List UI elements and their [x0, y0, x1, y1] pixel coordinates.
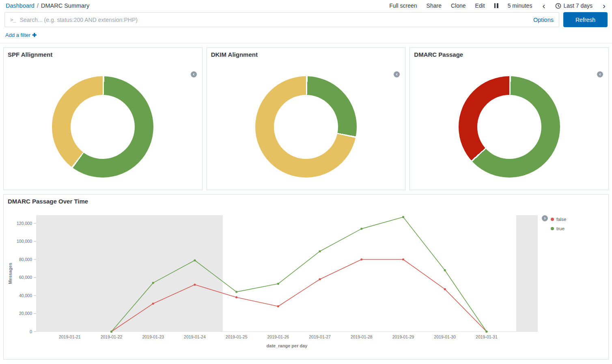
panel-title: DKIM Alignment — [207, 48, 405, 61]
panel-dkim-alignment: DKIM Alignment ‹ — [207, 47, 406, 190]
legend-toggle-icon[interactable]: › — [542, 215, 548, 221]
panel-dmarc-passage: DMARC Passage ‹ — [409, 47, 609, 190]
query-prompt-icon: >_ — [10, 17, 16, 23]
panel-title: SPF Allignment — [4, 48, 202, 61]
breadcrumb: Dashboard / DMARC Summary — [6, 2, 89, 9]
refresh-button[interactable]: Refresh — [563, 12, 608, 27]
series-point-false[interactable] — [152, 302, 154, 304]
series-point-false[interactable] — [360, 258, 362, 260]
spf-donut-chart[interactable] — [52, 76, 153, 178]
y-tick-label: 100,000 — [17, 239, 32, 244]
series-point-true[interactable] — [402, 216, 404, 218]
series-point-false[interactable] — [277, 305, 279, 307]
page-title: DMARC Summary — [41, 2, 89, 9]
share-button[interactable]: Share — [427, 2, 442, 9]
time-range-label: Last 7 days — [563, 2, 593, 9]
pause-icon[interactable] — [494, 3, 498, 8]
x-tick-label: 2019-01-27 — [309, 334, 331, 339]
x-tick-label: 2019-01-25 — [226, 334, 248, 339]
legend-label: false — [556, 217, 566, 222]
series-point-false[interactable] — [235, 296, 237, 298]
edit-button[interactable]: Edit — [475, 2, 485, 9]
series-point-true[interactable] — [194, 259, 196, 261]
panel-title: DMARC Passage — [410, 48, 608, 61]
series-point-true[interactable] — [277, 283, 279, 285]
y-tick-label: 120,000 — [17, 221, 32, 226]
panel-dmarc-over-time: DMARC Passage Over Time 020,00040,00060,… — [3, 194, 609, 360]
x-tick-label: 2019-01-26 — [267, 334, 289, 339]
time-range-picker[interactable]: Last 7 days — [555, 2, 593, 9]
dmarc-donut-chart[interactable] — [459, 76, 560, 178]
legend-toggle-icon[interactable]: ‹ — [191, 71, 197, 77]
series-point-false[interactable] — [319, 278, 321, 280]
line-chart-area: 020,00040,00060,00080,000100,000120,0002… — [4, 208, 608, 353]
pie-panel-row: SPF Allignment ‹ DKIM Alignment ‹ DMARC … — [3, 47, 609, 190]
panel-title: DMARC Passage Over Time — [4, 195, 608, 208]
series-point-false[interactable] — [402, 258, 404, 260]
refresh-interval-button[interactable]: 5 minutes — [508, 2, 532, 9]
y-axis-title: Messages — [8, 263, 13, 284]
plus-icon: ✚ — [32, 32, 37, 38]
breadcrumb-dashboard-link[interactable]: Dashboard — [6, 2, 34, 9]
clone-button[interactable]: Clone — [451, 2, 466, 9]
dashboard: SPF Allignment ‹ DKIM Alignment ‹ DMARC … — [0, 43, 612, 360]
query-options-link[interactable]: Options — [533, 17, 554, 23]
x-tick-label: 2019-01-31 — [476, 334, 498, 339]
series-point-true[interactable] — [444, 269, 446, 271]
series-point-true[interactable] — [110, 330, 112, 332]
chart-legend-items: falsetrue — [551, 217, 608, 231]
top-bar: Dashboard / DMARC Summary Full screen Sh… — [0, 0, 612, 11]
legend-item-false[interactable]: false — [551, 217, 608, 222]
series-point-true[interactable] — [235, 291, 237, 293]
top-menu: Full screen Share Clone Edit 5 minutes ‹… — [389, 2, 606, 9]
y-tick-label: 20,000 — [19, 311, 32, 316]
x-tick-label: 2019-01-24 — [184, 334, 206, 339]
legend-toggle-icon[interactable]: ‹ — [394, 71, 400, 77]
search-box: >_ Options — [4, 12, 559, 27]
series-point-false[interactable] — [194, 284, 196, 286]
donut-hole — [274, 95, 338, 159]
legend-item-true[interactable]: true — [551, 226, 608, 231]
filter-bar: Add a filter✚ — [0, 28, 612, 43]
series-point-true[interactable] — [152, 282, 154, 284]
series-point-false[interactable] — [444, 288, 446, 290]
legend-dot-icon — [551, 227, 554, 230]
donut-hole — [477, 95, 541, 159]
search-input[interactable] — [20, 17, 529, 23]
x-tick-label: 2019-01-22 — [101, 334, 123, 339]
full-screen-button[interactable]: Full screen — [389, 2, 417, 9]
legend-dot-icon — [551, 218, 554, 221]
line-chart[interactable]: 020,00040,00060,00080,000100,000120,0002… — [5, 212, 541, 352]
series-point-true[interactable] — [319, 250, 321, 252]
series-point-true[interactable] — [485, 330, 487, 332]
y-tick-label: 0 — [30, 329, 32, 334]
series-point-true[interactable] — [360, 228, 362, 230]
time-bounds-shading — [516, 215, 538, 332]
time-bounds-shading — [36, 215, 223, 332]
donut-hole — [71, 95, 135, 159]
x-tick-label: 2019-01-29 — [392, 334, 414, 339]
panel-spf-alignment: SPF Allignment ‹ — [3, 47, 203, 190]
time-back-chevron-icon[interactable]: ‹ — [541, 3, 546, 9]
query-bar: >_ Options Refresh — [0, 11, 612, 28]
legend-label: true — [556, 226, 565, 231]
time-forward-chevron-icon[interactable]: › — [602, 3, 606, 9]
breadcrumb-separator: / — [37, 2, 39, 9]
legend-toggle-icon[interactable]: ‹ — [597, 71, 603, 77]
dkim-donut-chart[interactable] — [255, 76, 357, 178]
x-axis-title: date_range per day — [267, 343, 308, 348]
chart-legend: › falsetrue — [541, 212, 608, 353]
y-tick-label: 80,000 — [19, 257, 32, 262]
x-tick-label: 2019-01-30 — [434, 334, 456, 339]
y-tick-label: 60,000 — [19, 275, 32, 280]
add-filter-link[interactable]: Add a filter — [5, 32, 30, 38]
x-tick-label: 2019-01-28 — [351, 334, 373, 339]
clock-icon — [555, 3, 561, 9]
x-tick-label: 2019-01-23 — [142, 334, 164, 339]
x-tick-label: 2019-01-21 — [59, 334, 81, 339]
y-tick-label: 40,000 — [19, 293, 32, 298]
